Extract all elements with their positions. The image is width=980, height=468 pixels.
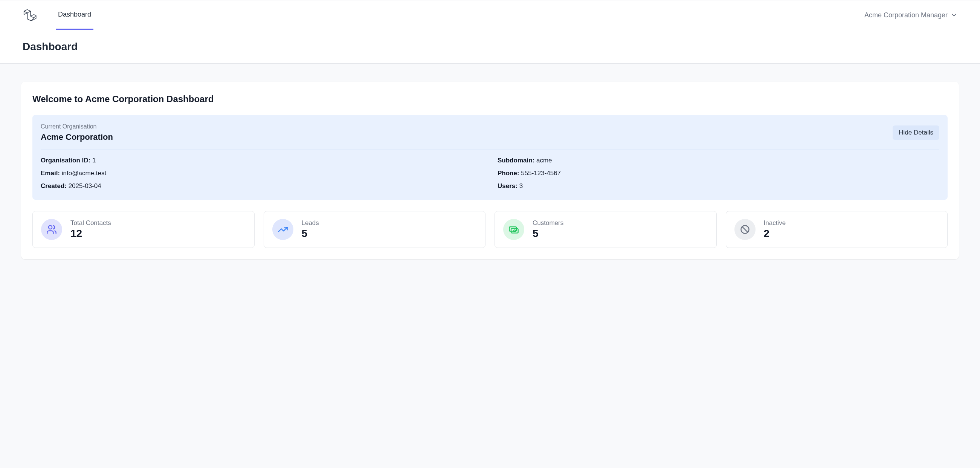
org-field-id: Organisation ID: 1 xyxy=(41,157,482,164)
welcome-heading: Welcome to Acme Corporation Dashboard xyxy=(32,94,948,104)
dashboard-card: Welcome to Acme Corporation Dashboard Cu… xyxy=(21,82,959,259)
nav-tab-dashboard[interactable]: Dashboard xyxy=(56,0,94,30)
main-content: Welcome to Acme Corporation Dashboard Cu… xyxy=(0,64,980,277)
top-nav: Dashboard Acme Corporation Manager xyxy=(0,0,980,30)
org-field-email: Email: info@acme.test xyxy=(41,170,482,177)
user-menu-label: Acme Corporation Manager xyxy=(864,11,948,19)
svg-line-5 xyxy=(742,226,748,232)
stat-card-inactive: Inactive 2 xyxy=(726,211,948,248)
org-field-subdomain: Subdomain: acme xyxy=(498,157,939,164)
stat-value: 5 xyxy=(302,228,319,240)
laravel-logo-icon xyxy=(22,8,37,22)
stat-label: Leads xyxy=(302,219,319,227)
org-field-phone: Phone: 555-123-4567 xyxy=(498,170,939,177)
organisation-details: Organisation ID: 1 Subdomain: acme Email… xyxy=(41,157,939,190)
trending-up-icon xyxy=(272,219,293,240)
stat-value: 2 xyxy=(764,228,786,240)
page-title: Dashboard xyxy=(22,41,958,53)
chevron-down-icon xyxy=(951,12,958,19)
organisation-panel: Current Organisation Acme Corporation Hi… xyxy=(32,115,948,200)
organisation-label: Current Organisation xyxy=(41,123,892,130)
hide-details-button[interactable]: Hide Details xyxy=(892,126,939,140)
user-menu[interactable]: Acme Corporation Manager xyxy=(864,0,958,30)
org-field-users: Users: 3 xyxy=(498,182,939,190)
stat-card-total-contacts: Total Contacts 12 xyxy=(32,211,255,248)
stat-card-leads: Leads 5 xyxy=(264,211,486,248)
org-field-created: Created: 2025-03-04 xyxy=(41,182,482,190)
stat-value: 5 xyxy=(533,228,563,240)
nav-tabs: Dashboard xyxy=(56,0,94,30)
stat-label: Customers xyxy=(533,219,563,227)
nav-tab-label: Dashboard xyxy=(58,11,91,19)
page-header: Dashboard xyxy=(0,30,980,64)
divider xyxy=(41,150,939,150)
stat-card-customers: Customers 5 xyxy=(495,211,717,248)
cash-icon xyxy=(503,219,524,240)
app-logo[interactable] xyxy=(22,0,37,30)
users-icon xyxy=(41,219,62,240)
svg-point-0 xyxy=(49,226,52,229)
stat-label: Total Contacts xyxy=(70,219,111,227)
stat-value: 12 xyxy=(70,228,111,240)
stats-row: Total Contacts 12 Leads 5 xyxy=(32,211,948,248)
organisation-name: Acme Corporation xyxy=(41,132,892,142)
stat-label: Inactive xyxy=(764,219,786,227)
ban-icon xyxy=(735,219,756,240)
